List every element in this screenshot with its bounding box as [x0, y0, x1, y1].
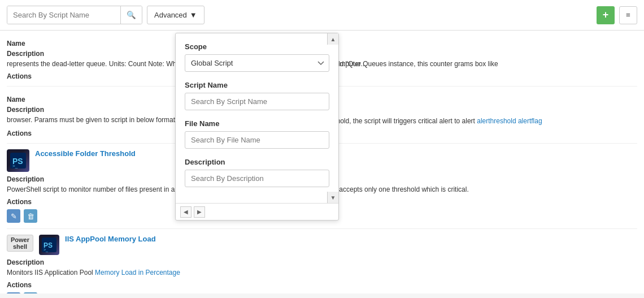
- dropdown-bottom-bar: ◀ ▶: [176, 203, 338, 220]
- edit-icon: ✎: [11, 212, 17, 221]
- script-name-field-group: Script Name: [185, 81, 329, 110]
- delete-icon: 🗑: [27, 212, 34, 221]
- script-name-label: Script Name: [185, 81, 329, 89]
- powershell-badge: Powershell: [7, 235, 33, 252]
- advanced-label: Advanced: [154, 11, 187, 19]
- desc-value: Monitors IIS Application Pool Memory Loa…: [7, 267, 637, 278]
- add-button[interactable]: +: [597, 6, 615, 24]
- scope-field-group: Scope Global Script Local Script: [185, 42, 329, 72]
- scroll-right-button[interactable]: ▶: [194, 206, 205, 218]
- scroll-down-button[interactable]: ▼: [327, 192, 338, 203]
- scope-label: Scope: [185, 42, 329, 51]
- dropdown-scroll-area: Scope Global Script Local Script Script …: [176, 33, 338, 203]
- delete-button-2[interactable]: 🗑: [24, 292, 37, 293]
- description-label: Description: [185, 158, 329, 166]
- scope-select[interactable]: Global Script Local Script: [185, 54, 329, 72]
- powershell-icon-2: PS >_: [39, 235, 59, 255]
- edit-button-2[interactable]: ✎: [7, 292, 20, 293]
- list-icon: ≡: [626, 11, 630, 19]
- list-view-button[interactable]: ≡: [619, 6, 637, 24]
- svg-text:>_: >_: [43, 248, 48, 252]
- search-wrapper: 🔍: [7, 6, 142, 24]
- scroll-left-button[interactable]: ◀: [180, 206, 192, 218]
- actions-row-2: ✎ 🗑: [7, 292, 637, 293]
- edit-button[interactable]: ✎: [7, 209, 20, 223]
- plus-icon: +: [603, 9, 609, 21]
- delete-button[interactable]: 🗑: [24, 209, 37, 223]
- advanced-dropdown-panel: ▲ ▼ Scope Global Script Local Script Scr…: [175, 33, 339, 221]
- svg-text:>_: >_: [12, 163, 18, 169]
- top-bar: 🔍 Advanced ▼ + ≡: [0, 0, 644, 31]
- search-button[interactable]: 🔍: [120, 6, 142, 24]
- file-name-input[interactable]: [185, 131, 329, 149]
- scroll-down-icon: ▼: [330, 195, 336, 201]
- description-field-group: Description: [185, 158, 329, 187]
- search-icon: 🔍: [127, 11, 136, 19]
- record-title-2: IIS AppPool Memory Load: [65, 235, 637, 243]
- scroll-right-icon: ▶: [197, 209, 202, 215]
- powershell-icon: PS >_: [7, 149, 29, 172]
- desc-label: Description: [7, 258, 637, 266]
- script-name-input[interactable]: [185, 93, 329, 110]
- scroll-up-button[interactable]: ▲: [327, 33, 338, 45]
- file-name-field-group: File Name: [185, 119, 329, 149]
- scroll-left-icon: ◀: [184, 209, 188, 215]
- chevron-down-icon: ▼: [190, 11, 197, 19]
- file-name-label: File Name: [185, 119, 329, 128]
- record-content-2: IIS AppPool Memory Load: [65, 235, 637, 244]
- table-row: Powershell PS >_ IIS AppPool Memory Load…: [7, 229, 637, 293]
- search-input[interactable]: [7, 6, 120, 24]
- description-input[interactable]: [185, 170, 329, 187]
- scroll-up-icon: ▲: [330, 36, 336, 42]
- actions-label: Actions: [7, 281, 637, 289]
- advanced-button[interactable]: Advanced ▼: [147, 6, 204, 24]
- bottom-scroll-buttons: ◀ ▶: [180, 206, 205, 218]
